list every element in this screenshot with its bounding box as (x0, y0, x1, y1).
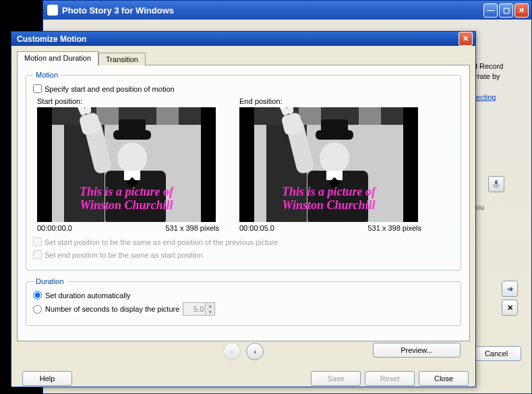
duration-legend: Duration (33, 277, 67, 285)
microphone-icon (492, 179, 500, 189)
chevron-left-icon: ‹ (231, 347, 233, 356)
duration-group: Duration Set duration automatically Numb… (26, 277, 461, 326)
duration-manual-row[interactable]: Number of seconds to display the picture… (33, 302, 454, 316)
close-button[interactable]: Close (419, 371, 469, 386)
reset-button: Reset (365, 371, 415, 386)
parent-titlebar: Photo Story 3 for Windows — ▢ ✕ (43, 1, 531, 20)
microphone-button[interactable] (488, 176, 504, 192)
help-button[interactable]: Help (22, 371, 72, 386)
save-button: Save (311, 371, 361, 386)
end-timecode: 00:00:05.0 (239, 224, 274, 232)
start-position-label: Start position: (37, 97, 219, 105)
specify-motion-row[interactable]: Specify start and end position of motion (33, 84, 454, 93)
same-as-prev-checkbox (33, 237, 42, 246)
spinner-down: ▼ (205, 309, 214, 315)
customize-motion-dialog: Customize Motion ✕ Motion and Duration T… (11, 31, 476, 387)
next-picture-button[interactable]: › (246, 343, 264, 360)
same-as-start-row: Set end position to be the same as start… (33, 250, 454, 259)
cancel-button[interactable]: Cancel (471, 346, 521, 361)
dialog-title: Customize Motion (17, 34, 86, 44)
minimize-button[interactable]: — (483, 3, 498, 18)
specify-motion-label: Specify start and end position of motion (45, 85, 175, 93)
duration-seconds-spinner[interactable]: ▲ ▼ (183, 302, 215, 316)
prev-picture-button: ‹ (223, 343, 241, 360)
end-position-label: End position: (239, 97, 421, 105)
tab-motion-duration[interactable]: Motion and Duration (17, 51, 98, 65)
parent-title: Photo Story 3 for Windows (62, 5, 174, 16)
remove-item-button[interactable]: ✕ (502, 300, 518, 316)
maximize-button[interactable]: ▢ (499, 3, 513, 18)
start-timecode: 00:00:00.0 (37, 224, 72, 232)
chevron-right-icon: › (254, 347, 256, 356)
motion-group: Motion Specify start and end position of… (26, 71, 461, 271)
x-icon: ✕ (507, 304, 513, 312)
end-position-preview[interactable]: This is a picture of Winston Churchill (239, 107, 418, 222)
duration-manual-radio[interactable] (33, 305, 42, 314)
duration-seconds-input (183, 305, 205, 313)
same-as-prev-row: Set start position to be the same as end… (33, 237, 454, 246)
duration-auto-row[interactable]: Set duration automatically (33, 291, 454, 300)
specify-motion-checkbox[interactable] (33, 84, 42, 93)
duration-auto-label: Set duration automatically (45, 291, 131, 300)
dialog-titlebar: Customize Motion ✕ (11, 32, 475, 46)
app-icon (47, 5, 58, 16)
preview-button[interactable]: Preview... (373, 343, 461, 358)
start-dimensions: 531 x 398 pixels (166, 224, 220, 232)
start-position-preview[interactable]: This is a picture of Winston Churchill (37, 107, 216, 222)
dialog-close-x[interactable]: ✕ (459, 32, 473, 46)
motion-legend: Motion (33, 71, 61, 79)
tab-panel-motion: Motion Specify start and end position of… (17, 65, 470, 341)
duration-manual-label: Number of seconds to display the picture (45, 305, 179, 313)
same-as-start-checkbox (33, 250, 42, 259)
image-caption: This is a picture of Winston Churchill (37, 186, 216, 213)
same-as-prev-label: Set start position to be the same as end… (45, 238, 278, 246)
spinner-up: ▲ (205, 303, 214, 309)
svg-rect-0 (495, 180, 498, 185)
same-as-start-label: Set end position to be the same as start… (45, 251, 203, 259)
tab-transition[interactable]: Transition (98, 53, 146, 65)
right-arrow-button[interactable]: ➔ (502, 281, 518, 297)
arrow-right-icon: ➔ (507, 285, 513, 293)
image-caption: This is a picture of Winston Churchill (239, 186, 418, 213)
duration-auto-radio[interactable] (33, 291, 42, 300)
parent-close-button[interactable]: ✕ (514, 3, 529, 18)
end-dimensions: 531 x 398 pixels (368, 224, 422, 232)
